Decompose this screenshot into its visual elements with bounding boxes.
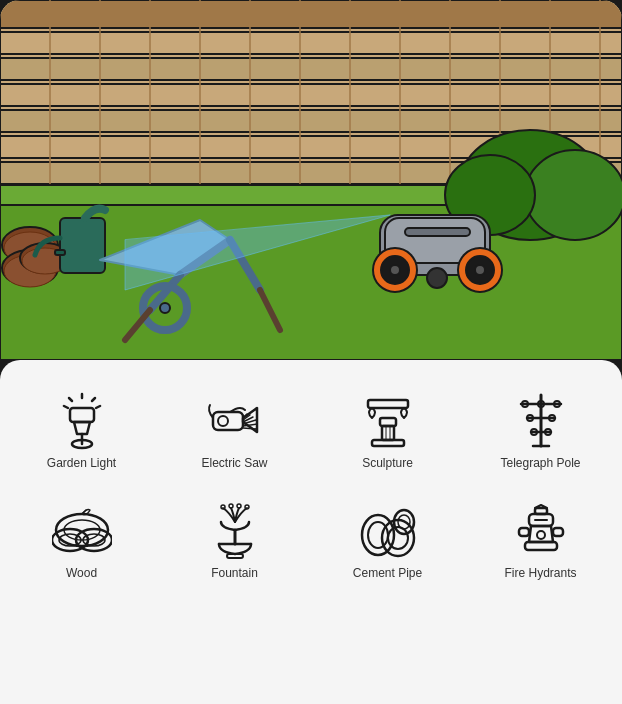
electric-saw-label: Electric Saw [201,456,267,470]
wood-icon [52,500,112,560]
svg-point-103 [537,531,545,539]
svg-marker-97 [535,505,547,508]
category-item-fire-hydrants[interactable]: Fire Hydrants [469,490,612,590]
svg-rect-58 [368,400,408,408]
svg-point-46 [475,265,485,275]
fountain-label: Fountain [211,566,258,580]
svg-point-44 [427,268,447,288]
svg-rect-63 [372,440,404,446]
svg-rect-5 [0,84,622,106]
category-item-electric-saw[interactable]: Electric Saw [163,380,306,480]
svg-point-85 [229,504,233,508]
cement-pipe-label: Cement Pipe [353,566,422,580]
category-item-fountain[interactable]: Fountain [163,490,306,590]
svg-line-49 [92,398,95,401]
svg-rect-100 [553,528,563,536]
cement-pipe-icon [358,500,418,560]
telegraph-pole-icon [511,390,571,450]
category-item-cement-pipe[interactable]: Cement Pipe [316,490,459,590]
svg-rect-53 [70,408,94,422]
svg-rect-89 [227,554,243,558]
garden-light-icon [52,390,112,450]
category-item-sculpture[interactable]: Sculpture [316,380,459,480]
svg-rect-4 [0,58,622,80]
svg-point-86 [237,504,241,508]
svg-line-50 [69,398,72,401]
svg-point-36 [160,303,170,313]
svg-rect-33 [60,218,105,273]
object-category-panel: Garden Light E [0,360,622,704]
wood-label: Wood [66,566,97,580]
svg-point-31 [525,150,622,240]
svg-rect-2 [0,0,622,28]
sculpture-label: Sculpture [362,456,413,470]
svg-rect-99 [519,528,529,536]
svg-point-45 [390,265,400,275]
fire-hydrants-label: Fire Hydrants [504,566,576,580]
svg-rect-47 [405,228,470,236]
telegraph-pole-label: Telegraph Pole [500,456,580,470]
svg-line-51 [96,406,100,408]
svg-rect-101 [525,542,557,550]
svg-point-57 [218,416,228,426]
garden-light-label: Garden Light [47,456,116,470]
svg-rect-3 [0,32,622,54]
svg-rect-34 [55,250,65,255]
svg-point-84 [245,505,249,509]
sculpture-icon [358,390,418,450]
fire-hydrants-icon [511,500,571,560]
fountain-icon [205,500,265,560]
garden-image [0,0,622,360]
category-row-2: Wood [10,490,612,590]
category-item-telegraph-pole[interactable]: Telegraph Pole [469,380,612,480]
electric-saw-icon [205,390,265,450]
category-item-garden-light[interactable]: Garden Light [10,380,153,480]
category-row-1: Garden Light E [10,380,612,480]
category-item-wood[interactable]: Wood [10,490,153,590]
svg-line-52 [64,406,68,408]
svg-rect-60 [382,426,394,440]
svg-rect-6 [0,110,622,132]
